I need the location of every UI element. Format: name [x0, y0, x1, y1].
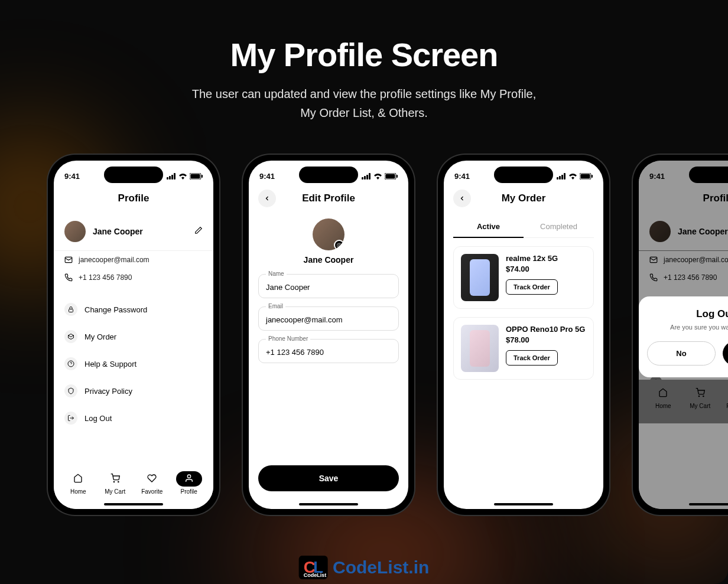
- signal-icon: [362, 173, 371, 180]
- user-name-label: Jane Cooper: [93, 227, 194, 236]
- camera-icon: [337, 243, 342, 247]
- home-icon: [73, 474, 83, 483]
- phone-field[interactable]: Phone Number +1 123 456 7890: [258, 339, 399, 363]
- menu-section: Change Password My Order Help & Support …: [54, 296, 213, 432]
- email-field[interactable]: Email janecooper@mail.com: [258, 306, 399, 331]
- wifi-icon: [568, 173, 577, 180]
- order-header: My Order: [444, 184, 603, 213]
- logout-icon: [64, 412, 77, 425]
- back-button[interactable]: [453, 190, 471, 207]
- order-price-1: $78.00: [506, 335, 586, 344]
- name-field[interactable]: Name Jane Cooper: [258, 274, 399, 298]
- order-price-0: $74.00: [506, 265, 586, 273]
- modal-no-button[interactable]: No: [647, 341, 716, 366]
- nav-favorite[interactable]: Favorite: [139, 471, 165, 495]
- notch: [104, 167, 163, 183]
- save-button[interactable]: Save: [258, 465, 399, 491]
- notch: [494, 167, 553, 183]
- user-row[interactable]: Jane Cooper: [54, 213, 213, 251]
- order-title-0: realme 12x 5G: [506, 254, 586, 263]
- svg-rect-26: [581, 174, 590, 178]
- email-row: janecooper@mail.com: [54, 251, 213, 269]
- product-image-0: [461, 254, 499, 301]
- order-card-1[interactable]: OPPO Reno10 Pro 5G $78.00 Track Order: [453, 317, 594, 380]
- battery-icon: [580, 173, 593, 180]
- heart-icon: [147, 474, 157, 483]
- logout-modal: Log Out? Are you sure you want to log ou…: [639, 296, 728, 377]
- phone-my-order: 9:41 My Order Active Completed: [438, 155, 609, 515]
- menu-privacy-policy[interactable]: Privacy Policy: [54, 377, 213, 404]
- status-time: 9:41: [259, 172, 275, 181]
- notch: [299, 167, 358, 183]
- svg-rect-5: [191, 174, 200, 178]
- edit-form: Name Jane Cooper Email janecooper@mail.c…: [249, 265, 408, 381]
- avatar-big[interactable]: [313, 218, 344, 250]
- svg-rect-8: [69, 309, 73, 312]
- svg-rect-0: [167, 177, 168, 180]
- battery-icon: [385, 173, 398, 180]
- svg-rect-15: [366, 175, 368, 180]
- track-button-1[interactable]: Track Order: [506, 350, 558, 366]
- name-label: Name: [266, 270, 287, 277]
- menu-help-support[interactable]: Help & Support: [54, 350, 213, 377]
- order-card-0[interactable]: realme 12x 5G $74.00 Track Order: [453, 246, 594, 309]
- order-title-1: OPPO Reno10 Pro 5G: [506, 325, 586, 334]
- nav-cart[interactable]: My Cart: [102, 471, 128, 495]
- home-indicator: [299, 503, 358, 505]
- svg-rect-24: [564, 173, 566, 180]
- signal-icon: [167, 173, 176, 180]
- svg-rect-27: [592, 175, 593, 178]
- tab-active[interactable]: Active: [453, 216, 524, 238]
- user-icon: [184, 474, 194, 483]
- edit-user-name: Jane Cooper: [249, 255, 408, 265]
- phone-row: +1 123 456 7890: [54, 269, 213, 286]
- svg-rect-13: [362, 177, 363, 180]
- svg-point-12: [187, 475, 190, 478]
- page-subtitle: The user can updated and view the profil…: [0, 84, 728, 122]
- phone-logout: 9:41 Profile Jane Cooper: [633, 155, 728, 515]
- home-indicator: [494, 503, 553, 505]
- page-title: My Profile Screen: [0, 35, 728, 74]
- modal-yes-button[interactable]: Yes: [723, 341, 728, 366]
- svg-rect-22: [559, 176, 561, 180]
- tab-completed[interactable]: Completed: [524, 216, 594, 238]
- wifi-icon: [373, 173, 382, 180]
- name-value: Jane Cooper: [266, 283, 391, 292]
- chevron-left-icon: [459, 195, 466, 202]
- phone-icon: [64, 273, 73, 282]
- nav-home[interactable]: Home: [65, 471, 91, 495]
- box-icon: [64, 330, 77, 343]
- nav-profile[interactable]: Profile: [176, 471, 202, 495]
- edit-header: Edit Profile: [249, 184, 408, 213]
- edit-header-title: Edit Profile: [302, 193, 355, 204]
- phone-value: +1 123 456 7890: [266, 348, 391, 357]
- home-indicator: [104, 503, 163, 505]
- battery-icon: [190, 173, 203, 180]
- camera-badge[interactable]: [334, 240, 344, 250]
- email-icon: [64, 256, 73, 264]
- signal-icon: [557, 173, 566, 180]
- menu-log-out[interactable]: Log Out: [54, 404, 213, 432]
- status-icons: [557, 173, 593, 180]
- modal-text: Are you sure you want to log out?: [647, 324, 728, 331]
- svg-rect-21: [557, 177, 558, 180]
- email-value: janecooper@mail.com: [266, 315, 391, 324]
- svg-rect-19: [396, 175, 398, 178]
- svg-point-10: [113, 481, 114, 482]
- avatar: [64, 221, 86, 242]
- menu-my-order[interactable]: My Order: [54, 323, 213, 350]
- phone-label: Phone Number: [266, 335, 310, 342]
- brand-logo: CL CodeList CodeList.in: [299, 556, 430, 579]
- menu-change-password[interactable]: Change Password: [54, 296, 213, 323]
- svg-rect-18: [386, 174, 395, 178]
- phone-edit-profile: 9:41 Edit Profile Jane: [243, 155, 414, 515]
- cart-icon: [110, 474, 120, 483]
- wifi-icon: [178, 173, 187, 180]
- svg-rect-16: [369, 173, 370, 180]
- svg-rect-1: [169, 176, 171, 180]
- back-button[interactable]: [258, 190, 276, 207]
- edit-icon[interactable]: [194, 226, 203, 237]
- status-time: 9:41: [454, 172, 470, 181]
- track-button-0[interactable]: Track Order: [506, 279, 558, 295]
- svg-point-11: [118, 481, 118, 482]
